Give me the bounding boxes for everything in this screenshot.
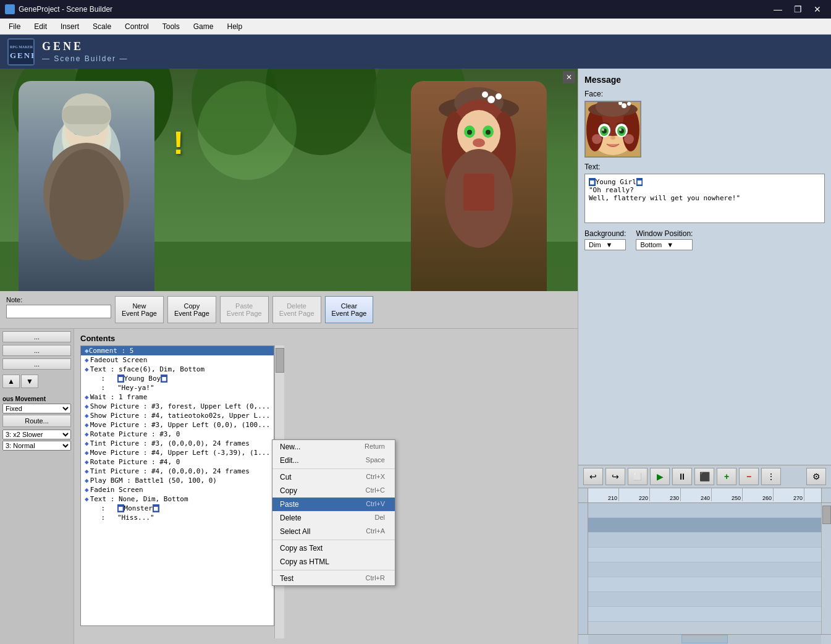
- timeline-ruler-area: 210 220 230 240 250 260 270 280 290 300 …: [578, 488, 831, 503]
- add-track-button[interactable]: +: [717, 468, 736, 485]
- remove-track-button[interactable]: −: [739, 468, 759, 485]
- route-button[interactable]: Route...: [2, 415, 71, 427]
- list-item[interactable]: ◆Show Picture : #4, tatieotoko02s, Upper…: [81, 411, 274, 420]
- svg-text:GENE: GENE: [10, 51, 33, 60]
- list-item[interactable]: ◆Text : None, Dim, Bottom: [81, 494, 274, 504]
- ctx-copy-html[interactable]: Copy as HTML: [272, 555, 395, 569]
- ruler-mark: 240: [681, 488, 712, 501]
- svg-point-21: [49, 149, 124, 260]
- close-button[interactable]: ✕: [809, 3, 826, 15]
- preview-area: !: [0, 69, 578, 291]
- menu-edit[interactable]: Edit: [28, 20, 53, 33]
- menu-game[interactable]: Game: [187, 20, 220, 33]
- svg-point-10: [198, 81, 297, 180]
- list-item[interactable]: ◆Play BGM : Battle1 (50, 100, 0): [81, 476, 274, 485]
- timeline-track: [588, 607, 821, 622]
- menu-file[interactable]: File: [2, 20, 27, 33]
- list-item[interactable]: : "Hey-ya!": [81, 383, 274, 392]
- minimize-button[interactable]: —: [769, 3, 787, 15]
- timeline-track: [588, 548, 821, 562]
- contents-list[interactable]: ◆Comment : 5 ◆Fadeout Screen ◆Text : sfa…: [80, 345, 274, 626]
- redo-button[interactable]: ↪: [605, 468, 625, 485]
- list-item[interactable]: ◆Rotate Picture : #4, 0: [81, 457, 274, 467]
- more-button[interactable]: ⋮: [761, 468, 781, 485]
- undo-button[interactable]: ↩: [583, 468, 603, 485]
- list-item[interactable]: ◆Tint Picture : #4, (0,0,0,0), 24 frames: [81, 467, 274, 476]
- list-item[interactable]: : ■Monster■: [81, 504, 274, 513]
- clear-event-page-button[interactable]: Clear Event Page: [325, 296, 374, 323]
- list-item[interactable]: ◆Fadeout Screen: [81, 355, 274, 365]
- svg-point-30: [467, 130, 472, 135]
- close-preview-button[interactable]: ✕: [563, 71, 575, 83]
- copy-event-page-button[interactable]: Copy Event Page: [167, 296, 216, 323]
- ctx-copy-text[interactable]: Copy as Text: [272, 541, 395, 555]
- ctx-select-all[interactable]: Select All Ctrl+A: [272, 525, 395, 538]
- ellipsis-btn-3[interactable]: ...: [2, 358, 71, 370]
- text-content: ■Young Girl■ "Oh really? Well, flattery …: [584, 174, 825, 223]
- face-label: Face:: [584, 90, 825, 98]
- stop-button[interactable]: ⬛: [694, 468, 714, 485]
- app-icon: [5, 4, 15, 14]
- menu-control[interactable]: Control: [119, 20, 155, 33]
- paste-event-page-button[interactable]: Paste Event Page: [220, 296, 269, 323]
- ctx-edit[interactable]: Edit... Space: [272, 454, 395, 467]
- arrow-down-button[interactable]: ▼: [21, 375, 38, 388]
- svg-point-57: [627, 102, 631, 106]
- ctx-test[interactable]: Test Ctrl+R: [272, 572, 395, 585]
- menu-bar: File Edit Insert Scale Control Tools Gam…: [0, 19, 831, 35]
- list-item[interactable]: ◆Rotate Picture : #3, 0: [81, 430, 274, 439]
- ctx-paste[interactable]: Paste Ctrl+V: [272, 498, 395, 511]
- list-item[interactable]: ◆Wait : 1 frame: [81, 392, 274, 402]
- maximize-button[interactable]: ❐: [789, 3, 806, 15]
- svg-point-56: [622, 103, 626, 108]
- delete-event-page-button[interactable]: Delete Event Page: [272, 296, 321, 323]
- background-select[interactable]: Dim ▼: [584, 239, 626, 250]
- list-item[interactable]: ◆Fadein Screen: [81, 485, 274, 494]
- pause-button[interactable]: ⏸: [672, 468, 692, 485]
- ctx-cut[interactable]: Cut Ctrl+X: [272, 470, 395, 484]
- list-item[interactable]: ◆Text : sface(6), Dim, Bottom: [81, 365, 274, 374]
- timeline-scrollbar-thumb: [822, 506, 831, 524]
- note-input[interactable]: [6, 305, 111, 318]
- arrow-up-button[interactable]: ▲: [2, 375, 20, 388]
- copy-track-button[interactable]: ⬜: [628, 468, 648, 485]
- list-item[interactable]: ◆Move Picture : #3, Upper Left (0,0), (1…: [81, 420, 274, 430]
- list-item[interactable]: ◆Show Picture : #3, forest, Upper Left (…: [81, 402, 274, 411]
- window-position-chevron-icon: ▼: [667, 241, 673, 248]
- left-controls-column: ... ... ... ▲ ▼ ous Movement Fixed Rando…: [0, 329, 74, 644]
- timeline-track: [588, 592, 821, 607]
- movement-type-select[interactable]: Fixed Random Approach Custom: [2, 404, 71, 413]
- svg-point-55: [624, 134, 634, 144]
- list-item[interactable]: ◆Comment : 5: [81, 346, 274, 355]
- timeline-tracks[interactable]: [588, 503, 821, 634]
- list-item[interactable]: ◆Move Picture : #4, Upper Left (-3,39), …: [81, 448, 274, 457]
- list-item[interactable]: : ■Young Boy■: [81, 374, 274, 383]
- menu-help[interactable]: Help: [221, 20, 248, 33]
- arrow-buttons: ▲ ▼: [2, 375, 71, 388]
- timeline-scrollbar-v[interactable]: [821, 503, 831, 634]
- ellipsis-btn-1[interactable]: ...: [2, 331, 71, 342]
- new-event-page-button[interactable]: New Event Page: [115, 296, 164, 323]
- menu-tools[interactable]: Tools: [156, 20, 186, 33]
- ctx-copy[interactable]: Copy Ctrl+C: [272, 484, 395, 498]
- speed-select[interactable]: 3: x2 Slower 4: Normal 5: x2 Faster: [2, 430, 71, 439]
- menu-scale[interactable]: Scale: [86, 20, 117, 33]
- timeline-scrollbar-h[interactable]: [578, 634, 831, 644]
- list-item[interactable]: : "Hiss...": [81, 513, 274, 522]
- face-image[interactable]: [584, 101, 641, 158]
- list-item[interactable]: ◆Tint Picture : #3, (0,0,0,0), 24 frames: [81, 439, 274, 448]
- play-button[interactable]: ▶: [650, 468, 670, 485]
- frequency-select[interactable]: 3: Normal 1: Lowest 5: Highest: [2, 441, 71, 451]
- left-panel: !: [0, 69, 578, 644]
- window-position-select[interactable]: Bottom ▼: [636, 239, 693, 250]
- ctx-new[interactable]: New... Return: [272, 440, 395, 454]
- menu-insert[interactable]: Insert: [54, 20, 85, 33]
- timeline-settings-button[interactable]: ⚙: [806, 468, 826, 485]
- timeline-track: [588, 533, 821, 548]
- scene-background: !: [0, 69, 578, 291]
- ellipsis-btn-2[interactable]: ...: [2, 345, 71, 356]
- ctx-delete[interactable]: Delete Del: [272, 511, 395, 525]
- ctx-separator-1: [272, 468, 395, 469]
- track-labels-col: [578, 503, 588, 634]
- note-section: Note:: [6, 296, 111, 318]
